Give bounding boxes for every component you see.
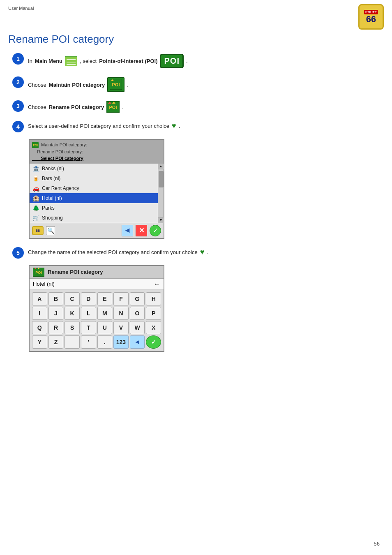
key-C[interactable]: C xyxy=(65,292,80,305)
poi-item-bars[interactable]: 🍺 Bars (nl) xyxy=(30,173,158,183)
step-1-content: In Main Menu , select Points-of-interest… xyxy=(28,52,380,68)
key-T[interactable]: T xyxy=(81,321,96,334)
parks-label: Parks xyxy=(42,205,55,211)
key-M[interactable]: M xyxy=(97,307,113,320)
key-Z[interactable]: Z xyxy=(48,335,64,349)
poi-item-banks[interactable]: 🏦 Banks (nl) xyxy=(30,164,158,173)
key-X[interactable]: X xyxy=(146,321,161,334)
bars-label: Bars (nl) xyxy=(42,176,60,181)
svg-text:POI: POI xyxy=(35,271,42,275)
poi-toolbar-left: 66 🔍 xyxy=(32,226,55,235)
step-2-content: Choose Maintain POI category POI . xyxy=(28,76,380,92)
key-U[interactable]: U xyxy=(97,321,113,334)
select-poi-screen: POI Maintain POI category: Rename POI ca… xyxy=(29,139,164,239)
close-btn[interactable]: ✕ xyxy=(136,225,147,236)
rename-input-field[interactable]: Hotel (nl) xyxy=(33,281,55,287)
key-F[interactable]: F xyxy=(113,292,129,305)
rename-header-icon: POI xyxy=(33,268,44,277)
search-toolbar-btn[interactable]: 🔍 xyxy=(46,226,55,235)
key-W[interactable]: W xyxy=(130,321,145,334)
key-V[interactable]: V xyxy=(113,321,129,334)
step-4-content: Select a user-defined POI category and c… xyxy=(28,120,180,130)
parks-icon: 🌲 xyxy=(32,204,39,212)
poi-item-shopping[interactable]: 🛒 Shopping xyxy=(30,213,158,223)
key-S[interactable]: S xyxy=(65,321,80,334)
step-1: 1 In Main Menu , select Points-of-intere… xyxy=(12,52,380,68)
key-nav[interactable]: ◄ xyxy=(130,335,145,349)
key-L[interactable]: L xyxy=(81,307,96,320)
step-2: 2 Choose Maintain POI category POI . xyxy=(12,76,380,92)
confirm-btn[interactable]: ✓ xyxy=(150,225,161,236)
step4-text: Select a user-defined POI category and c… xyxy=(28,123,169,129)
step5-text: Change the name of the selected POI cate… xyxy=(28,249,198,255)
key-O[interactable]: O xyxy=(130,307,145,320)
maintain-poi-icon: POI xyxy=(107,77,125,92)
key-period[interactable]: . xyxy=(97,335,113,349)
step-num-4: 4 xyxy=(12,121,24,132)
poi-toolbar: 66 🔍 ◄ ✕ ✓ xyxy=(30,223,164,238)
step-num-1: 1 xyxy=(12,53,24,65)
poi-logo-big: POI xyxy=(160,54,183,68)
main-menu-icon xyxy=(65,56,77,66)
svg-text:POI: POI xyxy=(33,144,38,147)
step2-text: Choose xyxy=(28,82,46,88)
key-Q[interactable]: Q xyxy=(32,321,47,334)
user-manual-label: User Manual xyxy=(8,6,34,11)
car-rent-label: Car Rent Agency xyxy=(42,185,79,191)
scrollbar-down[interactable]: ▼ xyxy=(158,217,164,223)
key-I[interactable]: I xyxy=(32,307,47,320)
key-D[interactable]: D xyxy=(81,292,96,305)
keyboard-grid: A B C D E F G H I J K L M N O P Q R S xyxy=(30,290,164,351)
step5-confirm-icon: ♥ xyxy=(200,248,205,257)
hotel-label: Hotel (nl) xyxy=(42,195,62,201)
key-N[interactable]: N xyxy=(113,307,129,320)
step1-bold1: Main Menu xyxy=(35,58,62,64)
rename-header: POI Rename POI category xyxy=(30,266,164,279)
step3-text: Choose xyxy=(28,104,46,110)
step-5-content: Change the name of the selected POI cate… xyxy=(28,246,208,257)
rename-poi-icon: POI xyxy=(106,101,120,113)
scrollbar-up[interactable]: ▲ xyxy=(158,164,164,169)
step1-text-before: In xyxy=(28,58,32,64)
key-Y[interactable]: Y xyxy=(32,335,47,349)
backspace-btn[interactable]: ← xyxy=(154,280,160,288)
key-space[interactable] xyxy=(65,335,80,349)
key-123[interactable]: 123 xyxy=(113,335,129,349)
breadcrumb-2: Rename POI category: xyxy=(32,148,161,155)
page-title: Rename POI category xyxy=(8,33,384,46)
rename-title: Rename POI category xyxy=(48,269,103,275)
page-number: 56 xyxy=(374,541,380,547)
step2-period: . xyxy=(127,82,129,88)
step4-confirm-icon: ♥ xyxy=(172,122,176,130)
key-P[interactable]: P xyxy=(146,307,161,320)
key-G[interactable]: G xyxy=(130,292,145,305)
nav-left-btn[interactable]: ◄ xyxy=(122,225,133,236)
step3-bold: Rename POI category xyxy=(49,104,104,110)
key-confirm[interactable]: ✓ xyxy=(146,335,161,349)
poi-item-car-rent[interactable]: 🚗 Car Rent Agency xyxy=(30,183,158,193)
poi-scrollbar: ▲ ▼ xyxy=(158,164,164,223)
route66-badge: ROUTE 66 xyxy=(358,4,384,30)
step1-text-middle: , select xyxy=(80,58,97,64)
poi-item-parks[interactable]: 🌲 Parks xyxy=(30,203,158,213)
route66-number: 66 xyxy=(366,15,376,24)
rename-input-row: Hotel (nl) ← xyxy=(30,279,164,290)
hotel-icon: 🏨 xyxy=(32,194,39,202)
key-J[interactable]: J xyxy=(48,307,64,320)
key-apostrophe[interactable]: ' xyxy=(81,335,96,349)
banks-label: Banks (nl) xyxy=(42,166,64,171)
step-4: 4 Select a user-defined POI category and… xyxy=(12,120,380,239)
step4-period: . xyxy=(179,123,180,129)
key-K[interactable]: K xyxy=(65,307,80,320)
poi-item-hotel[interactable]: 🏨 Hotel (nl) xyxy=(30,193,158,203)
poi-list: 🏦 Banks (nl) 🍺 Bars (nl) 🚗 Car Rent Agen… xyxy=(30,164,164,223)
key-R[interactable]: R xyxy=(48,321,64,334)
step-num-3: 3 xyxy=(12,100,24,112)
key-H[interactable]: H xyxy=(146,292,161,305)
step-3-content: Choose Rename POI category POI . xyxy=(28,99,380,113)
step5-period: . xyxy=(207,249,208,255)
shopping-label: Shopping xyxy=(42,215,63,221)
key-B[interactable]: B xyxy=(48,292,64,305)
key-A[interactable]: A xyxy=(32,292,47,305)
key-E[interactable]: E xyxy=(97,292,113,305)
